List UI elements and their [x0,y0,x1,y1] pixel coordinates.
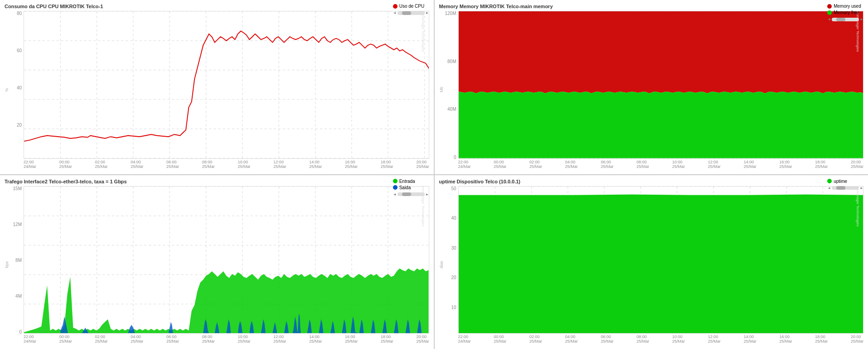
traffic-scrollbar-track[interactable] [398,192,425,196]
traffic-legend: Entrada Saida ◄ ► [393,179,429,197]
memory-x-axis: 22:0024/Mar 00:0025/Mar 02:0025/Mar 04:0… [458,159,864,169]
cpu-legend-dot [393,4,398,9]
cpu-legend-label: Uso de CPU [399,4,425,9]
memory-scrollbar-track[interactable] [832,18,859,21]
uptime-chart-area: dias 50 40 30 20 10 [439,186,864,344]
traffic-y-label: bps [5,261,9,268]
cpu-chart-wrapper: Powered by Telecommanager Technologies 2… [24,11,429,169]
memory-used-label: Memory used [834,4,861,9]
uptime-scrollbar-thumb [836,186,845,190]
uptime-title: uptime Dispositivo Telco (10.0.0.1) [439,179,864,184]
traffic-x-axis: 22:0024/Mar 00:0025/Mar 02:0025/Mar 04:0… [24,334,429,344]
cpu-title: Consumo da CPU CPU MIKROTIK Telco-1 [5,4,429,9]
dashboard-grid: Consumo da CPU CPU MIKROTIK Telco-1 % 80… [0,0,868,349]
uptime-chart-wrapper: Powered by Telecommanager Technologies 2… [458,186,864,344]
memory-free-label: Memory free [834,10,859,15]
cpu-panel: Consumo da CPU CPU MIKROTIK Telco-1 % 80… [0,0,434,174]
uptime-dot [827,179,832,183]
svg-marker-50 [24,268,429,333]
uptime-x-axis: 22:0024/Mar 00:0025/Mar 02:0025/Mar 04:0… [458,334,864,344]
memory-free-dot [827,10,832,15]
memory-scroll-right[interactable]: ► [860,17,863,21]
uptime-scroll-left[interactable]: ◄ [827,186,831,190]
traffic-scrollbar[interactable]: ◄ ► [393,192,429,197]
traffic-title: Trafego Interface2 Telco-ether3-telco, t… [5,179,429,184]
uptime-scroll-right[interactable]: ► [860,186,863,190]
saida-label: Saida [399,185,411,190]
cpu-scrollbar-thumb [402,11,411,15]
cpu-legend-item: Uso de CPU [393,4,429,9]
entrada-dot [393,179,398,183]
cpu-scroll-right[interactable]: ► [426,11,429,15]
uptime-chart-canvas: Powered by Telecommanager Technologies [458,186,864,334]
uptime-panel: uptime Dispositivo Telco (10.0.0.1) dias… [435,175,868,349]
traffic-y-axis: 15M 12M 8M 4M 0 [10,186,24,344]
uptime-y-label: dias [439,261,444,269]
traffic-chart-canvas: Powered by Telecommanager Technologies [24,186,429,334]
memory-legend-free: Memory free [827,10,863,15]
memory-chart-wrapper: Powered by Telecommanager Technologies 2… [458,11,864,169]
traffic-legend-entrada: Entrada [393,179,429,184]
cpu-scrollbar[interactable]: ◄ ► [393,11,429,15]
memory-chart-canvas: Powered by Telecommanager Technologies [458,11,864,159]
traffic-chart-area: bps 15M 12M 8M 4M 0 [5,186,429,344]
svg-marker-68 [459,194,863,333]
uptime-y-axis: 50 40 30 20 10 [445,186,458,344]
memory-scrollbar[interactable]: ◄ ► [827,17,863,21]
traffic-chart-wrapper: Powered by Telecommanager Technologies 2… [24,186,429,344]
memory-used-dot [827,4,832,9]
uptime-scrollbar-track[interactable] [832,186,859,190]
traffic-panel: Trafego Interface2 Telco-ether3-telco, t… [0,175,434,349]
memory-title: Memory Memory MIKROTIK Telco-main memory [439,4,864,9]
svg-marker-32 [459,11,863,93]
memory-scrollbar-thumb [836,18,845,21]
memory-y-label: Mb [439,87,444,93]
cpu-scrollbar-track[interactable] [398,11,425,15]
uptime-powered: Powered by Telecommanager Technologies [856,186,860,227]
uptime-legend-item: uptime [827,179,863,184]
memory-chart-area: Mb 120M 80M 40M 0 [439,11,864,169]
uptime-scrollbar[interactable]: ◄ ► [827,186,863,190]
cpu-scroll-left[interactable]: ◄ [393,11,397,15]
entrada-label: Entrada [399,179,415,184]
memory-scroll-left[interactable]: ◄ [827,17,831,21]
svg-marker-33 [459,92,863,158]
memory-legend: Memory used Memory free ◄ ► [827,4,863,21]
saida-dot [393,185,398,190]
cpu-chart-canvas: Powered by Telecommanager Technologies [24,11,429,159]
memory-y-axis: 120M 80M 40M 0 [445,11,458,169]
cpu-y-label: % [5,88,9,92]
uptime-legend: uptime ◄ ► [827,179,863,190]
traffic-legend-saida: Saida [393,185,429,190]
traffic-scroll-left[interactable]: ◄ [393,192,397,197]
cpu-chart-area: % 80 60 40 20 [5,11,429,169]
cpu-powered: Powered by Telecommanager Technologies [421,11,425,52]
memory-legend-used: Memory used [827,4,863,9]
cpu-legend: Uso de CPU ◄ ► [393,4,429,15]
cpu-x-axis: 22:0024/Mar 00:0025/Mar 02:0025/Mar 04:0… [24,159,429,169]
traffic-scroll-right[interactable]: ► [426,192,429,197]
traffic-scrollbar-thumb [402,192,411,196]
memory-panel: Memory Memory MIKROTIK Telco-main memory… [435,0,868,174]
cpu-y-axis: 80 60 40 20 [10,11,24,169]
uptime-label: uptime [834,179,847,184]
